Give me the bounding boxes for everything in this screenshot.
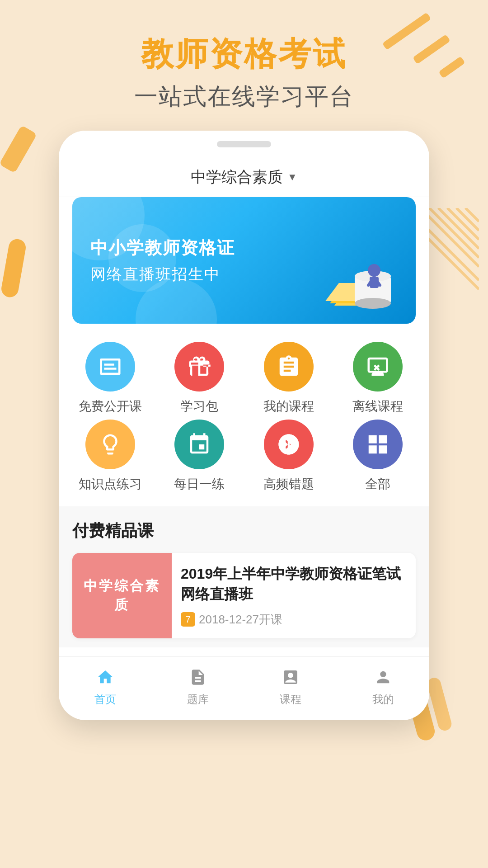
phone-speaker-bar <box>59 131 429 158</box>
premium-course-section: 付费精品课 中学综合素质 2019年上半年中学教师资格证笔试网络直播班 7 20… <box>59 506 429 647</box>
course-title: 2019年上半年中学教师资格证笔试网络直播班 <box>181 564 407 604</box>
calendar-icon <box>187 432 211 457</box>
app-title: 教师资格考试 <box>0 36 488 72</box>
svg-point-18 <box>368 264 380 277</box>
study-pack-label: 学习包 <box>180 398 218 415</box>
edit-circle-icon <box>277 432 301 457</box>
bottom-nav: 首页 题库 课程 <box>59 656 429 711</box>
menu-item-error-questions[interactable]: 高频错题 <box>246 420 331 493</box>
nav-item-mine[interactable]: 我的 <box>337 666 429 707</box>
my-course-label: 我的课程 <box>263 398 314 415</box>
banner-title-line2: 网络直播班招生中 <box>90 264 235 285</box>
free-course-icon-circle <box>85 342 135 392</box>
mine-icon <box>372 666 394 689</box>
grid-icon <box>366 432 390 457</box>
nav-item-questions[interactable]: 题库 <box>151 666 244 707</box>
app-navbar[interactable]: 中学综合素质 ▼ <box>59 158 429 197</box>
nav-course-label: 课程 <box>280 692 301 707</box>
knowledge-icon-circle <box>85 420 135 469</box>
section-title: 付费精品课 <box>72 520 416 542</box>
questions-icon <box>187 666 209 689</box>
course-date: 7 2018-12-27开课 <box>181 612 407 627</box>
dropdown-arrow: ▼ <box>287 171 297 183</box>
banner[interactable]: 中小学教师资格证 网络直播班招生中 <box>72 197 416 324</box>
nav-item-course[interactable]: 课程 <box>244 666 337 707</box>
course-info: 2019年上半年中学教师资格证笔试网络直播班 7 2018-12-27开课 <box>172 553 416 638</box>
free-course-label: 免费公开课 <box>79 398 142 415</box>
course-card[interactable]: 中学综合素质 2019年上半年中学教师资格证笔试网络直播班 7 2018-12-… <box>72 553 416 638</box>
error-icon-circle <box>264 420 314 469</box>
all-label: 全部 <box>365 476 390 493</box>
nav-questions-label: 题库 <box>187 692 209 707</box>
home-icon <box>94 666 117 689</box>
daily-icon-circle <box>174 420 224 469</box>
bulb-icon <box>98 432 122 457</box>
banner-illustration <box>303 224 402 324</box>
daily-label: 每日一练 <box>174 476 225 493</box>
menu-item-my-course[interactable]: 我的课程 <box>246 342 331 415</box>
course-thumbnail: 中学综合素质 <box>72 553 172 638</box>
svg-point-16 <box>355 298 391 309</box>
menu-item-all[interactable]: 全部 <box>336 420 421 493</box>
banner-text: 中小学教师资格证 网络直播班招生中 <box>90 236 235 285</box>
all-icon-circle <box>353 420 403 469</box>
book-open-icon <box>98 354 122 379</box>
banner-title-line1: 中小学教师资格证 <box>90 236 235 259</box>
course-icon <box>279 666 302 689</box>
clipboard-icon <box>277 354 301 379</box>
nav-home-label: 首页 <box>94 692 116 707</box>
menu-item-offline-course[interactable]: 离线课程 <box>336 342 421 415</box>
header: 教师资格考试 一站式在线学习平台 <box>0 0 488 131</box>
calendar-icon: 7 <box>181 612 195 627</box>
phone-mockup: 中学综合素质 ▼ 中小学教师资格证 网络直播班招生中 <box>59 131 429 720</box>
menu-item-knowledge[interactable]: 知识点练习 <box>68 420 153 493</box>
monitor-x-icon <box>366 354 390 379</box>
course-date-text: 2018-12-27开课 <box>199 612 282 627</box>
menu-item-study-pack[interactable]: 学习包 <box>157 342 242 415</box>
gift-icon <box>187 354 211 379</box>
my-course-icon-circle <box>264 342 314 392</box>
error-label: 高频错题 <box>263 476 314 493</box>
menu-item-daily[interactable]: 每日一练 <box>157 420 242 493</box>
menu-grid: 免费公开课 学习包 我的课程 <box>59 324 429 502</box>
knowledge-label: 知识点练习 <box>79 476 142 493</box>
phone-speaker <box>217 141 271 147</box>
offline-course-icon-circle <box>353 342 403 392</box>
nav-item-home[interactable]: 首页 <box>59 666 151 707</box>
offline-course-label: 离线课程 <box>352 398 403 415</box>
subject-selector[interactable]: 中学综合素质 <box>191 167 283 188</box>
study-pack-icon-circle <box>174 342 224 392</box>
nav-mine-label: 我的 <box>372 692 394 707</box>
app-subtitle: 一站式在线学习平台 <box>0 81 488 113</box>
menu-item-free-course[interactable]: 免费公开课 <box>68 342 153 415</box>
